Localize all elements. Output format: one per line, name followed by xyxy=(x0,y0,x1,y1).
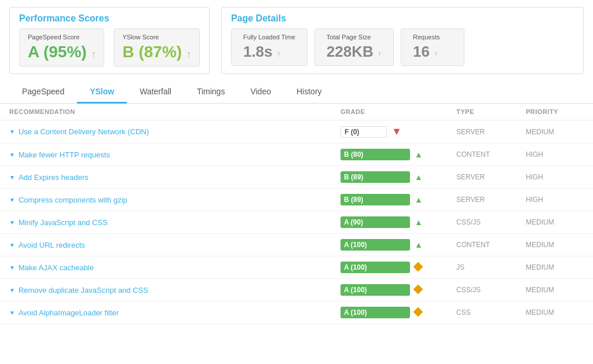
grade-cell-3: B (89) ▲ xyxy=(341,194,456,205)
tab-yslow[interactable]: YSlow xyxy=(77,81,127,104)
grade-bar-4: A (90) xyxy=(341,216,410,228)
status-up-arrow-icon: ▲ xyxy=(415,240,423,249)
rec-name-3[interactable]: ▼ Compress components with gzip xyxy=(9,196,341,204)
chevron-down-icon: ▼ xyxy=(9,287,15,293)
status-up-arrow-icon: ▲ xyxy=(415,172,423,182)
chevron-down-icon: ▼ xyxy=(9,242,15,248)
fully-loaded-value: 1.8s ↑ xyxy=(243,43,295,61)
grade-cell-1: B (80) ▲ xyxy=(341,149,456,160)
tab-timings[interactable]: Timings xyxy=(184,81,238,104)
grade-bar-7: A (100) xyxy=(341,284,410,296)
requests-arrow: ↑ xyxy=(434,49,438,58)
priority-cell-0: MEDIUM xyxy=(526,128,584,136)
type-cell-7: CSS/JS xyxy=(456,286,526,294)
grade-bar-8: A (100) xyxy=(341,307,410,318)
priority-cell-8: MEDIUM xyxy=(526,308,584,317)
grade-cell-8: A (100) xyxy=(341,307,456,318)
table-row: ▼ Minify JavaScript and CSS A (90) ▲ CSS… xyxy=(0,211,593,234)
status-diamond-icon xyxy=(415,263,422,272)
rec-label: Make AJAX cacheable xyxy=(19,263,94,272)
page-size-value: 228KB ↑ xyxy=(327,43,382,61)
rec-name-7[interactable]: ▼ Remove duplicate JavaScript and CSS xyxy=(9,286,341,295)
grade-bar-2: B (89) xyxy=(341,171,410,183)
page-size-box: Total Page Size 228KB ↑ xyxy=(314,28,394,66)
pagespeed-label: PageSpeed Score xyxy=(28,34,96,41)
type-cell-8: CSS xyxy=(456,308,526,317)
priority-cell-7: MEDIUM xyxy=(526,286,584,294)
rec-name-5[interactable]: ▼ Avoid URL redirects xyxy=(9,241,341,249)
fully-loaded-label: Fully Loaded Time xyxy=(243,34,295,41)
priority-cell-5: MEDIUM xyxy=(526,241,584,249)
table-row: ▼ Avoid URL redirects A (100) ▲ CONTENT … xyxy=(0,234,593,256)
rec-label: Add Expires headers xyxy=(19,173,89,182)
priority-cell-1: HIGH xyxy=(526,150,584,159)
yslow-value: B (87%) ↑ xyxy=(122,43,191,61)
type-cell-1: CONTENT xyxy=(456,150,526,159)
rec-label: Minify JavaScript and CSS xyxy=(19,218,108,227)
grade-cell-6: A (100) xyxy=(341,262,456,273)
status-down-arrow-icon: ▼ xyxy=(391,126,402,138)
rec-name-2[interactable]: ▼ Add Expires headers xyxy=(9,173,341,182)
rec-label: Avoid AlphaImageLoader filter xyxy=(19,308,119,317)
requests-label: Requests xyxy=(413,34,452,41)
status-diamond-icon xyxy=(415,286,422,295)
table-row: ▼ Add Expires headers B (89) ▲ SERVER HI… xyxy=(0,166,593,189)
yslow-score-box: YSlow Score B (87%) ↑ xyxy=(114,28,199,67)
col-grade-header: GRADE xyxy=(341,108,456,115)
requests-box: Requests 16 ↑ xyxy=(401,28,464,66)
yslow-arrow-icon: ↑ xyxy=(186,49,191,59)
table-row: ▼ Use a Content Delivery Network (CDN) F… xyxy=(0,120,593,144)
chevron-down-icon: ▼ xyxy=(9,197,15,203)
type-cell-3: SERVER xyxy=(456,196,526,204)
table-row: ▼ Make AJAX cacheable A (100) JS MEDIUM xyxy=(0,256,593,279)
priority-cell-2: HIGH xyxy=(526,173,584,181)
rec-name-0[interactable]: ▼ Use a Content Delivery Network (CDN) xyxy=(9,127,341,136)
type-cell-5: CONTENT xyxy=(456,241,526,249)
grade-cell-5: A (100) ▲ xyxy=(341,239,456,251)
pagespeed-arrow-icon: ↑ xyxy=(91,49,96,59)
pagespeed-score-box: PageSpeed Score A (95%) ↑ xyxy=(19,28,104,67)
grade-bar-3: B (89) xyxy=(341,194,410,205)
type-cell-6: JS xyxy=(456,263,526,271)
col-type-header: TYPE xyxy=(456,108,526,115)
status-diamond-icon xyxy=(415,308,422,317)
tab-waterfall[interactable]: Waterfall xyxy=(127,81,184,104)
table-row: ▼ Remove duplicate JavaScript and CSS A … xyxy=(0,279,593,302)
yslow-label: YSlow Score xyxy=(122,34,191,41)
chevron-down-icon: ▼ xyxy=(9,219,15,226)
rec-label: Use a Content Delivery Network (CDN) xyxy=(19,127,149,136)
rec-label: Make fewer HTTP requests xyxy=(19,150,110,159)
tab-history[interactable]: History xyxy=(284,81,335,104)
chevron-down-icon: ▼ xyxy=(9,128,15,135)
priority-cell-4: MEDIUM xyxy=(526,218,584,226)
rec-name-6[interactable]: ▼ Make AJAX cacheable xyxy=(9,263,341,272)
rec-name-1[interactable]: ▼ Make fewer HTTP requests xyxy=(9,150,341,159)
priority-cell-3: HIGH xyxy=(526,196,584,204)
page-size-arrow: ↑ xyxy=(378,49,382,58)
pagespeed-value: A (95%) ↑ xyxy=(28,43,96,61)
rec-name-8[interactable]: ▼ Avoid AlphaImageLoader filter xyxy=(9,308,341,317)
page-size-label: Total Page Size xyxy=(327,34,382,41)
chevron-down-icon: ▼ xyxy=(9,152,15,158)
grade-cell-4: A (90) ▲ xyxy=(341,216,456,228)
grade-cell-2: B (89) ▲ xyxy=(341,171,456,183)
page-details-title: Page Details xyxy=(231,13,574,24)
col-recommendation-header: RECOMMENDATION xyxy=(9,108,341,115)
table-row: ▼ Avoid AlphaImageLoader filter A (100) … xyxy=(0,302,593,324)
grade-cell-0: F (0) ▼ xyxy=(341,126,456,138)
chevron-down-icon: ▼ xyxy=(9,174,15,181)
tab-video[interactable]: Video xyxy=(237,81,284,104)
tab-pagespeed[interactable]: PageSpeed xyxy=(9,81,77,104)
fully-loaded-box: Fully Loaded Time 1.8s ↑ xyxy=(231,28,308,66)
status-up-arrow-icon: ▲ xyxy=(415,195,423,204)
page-details-panel: Page Details Fully Loaded Time 1.8s ↑ To… xyxy=(221,7,584,74)
grade-bar-6: A (100) xyxy=(341,262,410,273)
fully-loaded-arrow: ↑ xyxy=(277,49,281,58)
type-cell-4: CSS/JS xyxy=(456,218,526,226)
table-row: ▼ Compress components with gzip B (89) ▲… xyxy=(0,189,593,211)
grade-cell-7: A (100) xyxy=(341,284,456,296)
grade-bar-0: F (0) xyxy=(341,126,387,138)
type-cell-2: SERVER xyxy=(456,173,526,181)
type-cell-0: SERVER xyxy=(456,128,526,136)
rec-name-4[interactable]: ▼ Minify JavaScript and CSS xyxy=(9,218,341,227)
